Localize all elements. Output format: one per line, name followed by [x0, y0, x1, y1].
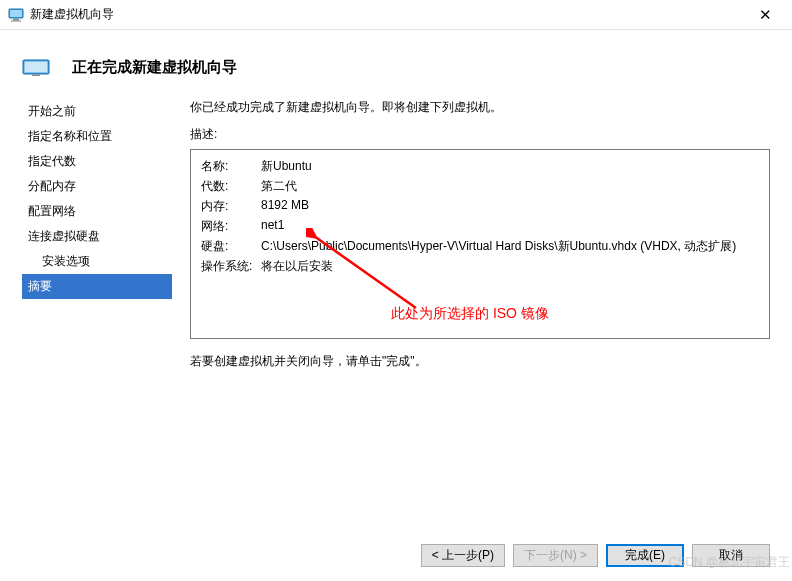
wizard-footer: < 上一步(P) 下一步(N) > 完成(E) 取消: [421, 544, 770, 567]
sidebar-item[interactable]: 安装选项: [22, 249, 172, 274]
annotation-text: 此处为所选择的 ISO 镜像: [391, 305, 549, 323]
summary-row: 操作系统:将在以后安装: [201, 258, 759, 275]
summary-key: 硬盘:: [201, 238, 261, 255]
sidebar-item[interactable]: 开始之前: [22, 99, 172, 124]
summary-value: 第二代: [261, 178, 759, 195]
sidebar-item[interactable]: 摘要: [22, 274, 172, 299]
finish-button[interactable]: 完成(E): [606, 544, 684, 567]
svg-rect-1: [10, 10, 22, 17]
summary-value: net1: [261, 218, 759, 235]
summary-key: 名称:: [201, 158, 261, 175]
summary-key: 内存:: [201, 198, 261, 215]
summary-key: 操作系统:: [201, 258, 261, 275]
wizard-sidebar: 开始之前指定名称和位置指定代数分配内存配置网络连接虚拟硬盘安装选项摘要: [22, 99, 172, 370]
summary-key: 网络:: [201, 218, 261, 235]
close-icon[interactable]: ✕: [747, 4, 784, 26]
summary-value: 新Ubuntu: [261, 158, 759, 175]
wizard-content: 你已经成功完成了新建虚拟机向导。即将创建下列虚拟机。 描述: 名称:新Ubunt…: [172, 99, 770, 370]
sidebar-item[interactable]: 配置网络: [22, 199, 172, 224]
app-icon: [8, 7, 24, 23]
summary-row: 内存:8192 MB: [201, 198, 759, 215]
next-button: 下一步(N) >: [513, 544, 598, 567]
svg-rect-2: [13, 19, 19, 21]
summary-box: 名称:新Ubuntu代数:第二代内存:8192 MB网络:net1硬盘:C:\U…: [190, 149, 770, 339]
summary-key: 代数:: [201, 178, 261, 195]
svg-rect-6: [32, 74, 40, 76]
svg-rect-5: [25, 61, 48, 72]
sidebar-item[interactable]: 指定名称和位置: [22, 124, 172, 149]
summary-value: 8192 MB: [261, 198, 759, 215]
wizard-icon: [22, 59, 54, 77]
sidebar-item[interactable]: 指定代数: [22, 149, 172, 174]
wizard-header: 正在完成新建虚拟机向导: [0, 30, 792, 99]
sidebar-item[interactable]: 分配内存: [22, 174, 172, 199]
summary-value: C:\Users\Public\Documents\Hyper-V\Virtua…: [261, 238, 759, 255]
sidebar-item[interactable]: 连接虚拟硬盘: [22, 224, 172, 249]
page-title: 正在完成新建虚拟机向导: [72, 58, 237, 77]
summary-row: 硬盘:C:\Users\Public\Documents\Hyper-V\Vir…: [201, 238, 759, 255]
summary-value: 将在以后安装: [261, 258, 759, 275]
window-title: 新建虚拟机向导: [30, 6, 114, 23]
cancel-button[interactable]: 取消: [692, 544, 770, 567]
titlebar: 新建虚拟机向导 ✕: [0, 0, 792, 30]
summary-row: 名称:新Ubuntu: [201, 158, 759, 175]
intro-text: 你已经成功完成了新建虚拟机向导。即将创建下列虚拟机。: [190, 99, 770, 116]
summary-row: 代数:第二代: [201, 178, 759, 195]
description-label: 描述:: [190, 126, 770, 143]
prev-button[interactable]: < 上一步(P): [421, 544, 505, 567]
outro-text: 若要创建虚拟机并关闭向导，请单击"完成"。: [190, 353, 770, 370]
summary-row: 网络:net1: [201, 218, 759, 235]
svg-rect-3: [11, 20, 21, 21]
